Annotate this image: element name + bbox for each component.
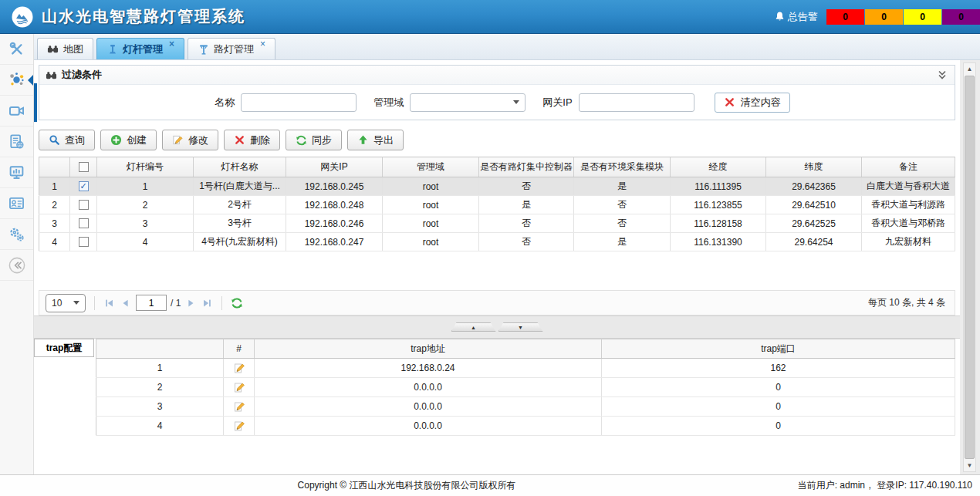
table-empty-space <box>34 251 960 290</box>
toolbar-button-create[interactable]: 创建 <box>100 130 157 150</box>
tab-close-icon[interactable]: × <box>169 39 174 50</box>
alarm-badge-warning[interactable]: 0 <box>942 9 980 25</box>
sidebar-item-collapse[interactable] <box>0 250 33 281</box>
gateway-ip-input[interactable] <box>579 93 694 112</box>
edit-pencil-icon[interactable] <box>233 381 245 393</box>
trap-row[interactable]: 20.0.0.00 <box>96 378 955 397</box>
row-number: 1 <box>39 177 70 196</box>
checkbox-cell <box>70 214 97 233</box>
edit-pencil-icon[interactable] <box>233 400 245 413</box>
name-input[interactable] <box>241 93 357 112</box>
sidebar-item-settings-gears[interactable] <box>0 219 33 250</box>
scrollbar-thumb[interactable] <box>965 76 975 459</box>
sidebar-item-device-network[interactable] <box>0 65 33 96</box>
filter-fields-row: 名称 管理域 网关IP 清空内容 <box>39 85 955 120</box>
splitter-down-button[interactable]: ▼ <box>498 322 543 332</box>
trap-row-number: 2 <box>96 378 224 397</box>
sidebar-item-report[interactable] <box>0 127 33 157</box>
toolbar-button-search[interactable]: 查询 <box>39 130 95 150</box>
scroll-down-button[interactable]: ▼ <box>964 460 975 471</box>
row-checkbox[interactable] <box>79 218 89 228</box>
button-label: 删除 <box>250 133 270 147</box>
tools-icon <box>8 41 25 58</box>
toolbar-button-export[interactable]: 导出 <box>347 130 404 150</box>
prev-page-button[interactable] <box>120 297 132 309</box>
sidebar-item-camera[interactable] <box>0 96 33 127</box>
filter-collapse-icon[interactable] <box>936 69 948 81</box>
column-header: 是否有路灯集中控制器 <box>479 157 574 177</box>
table-row[interactable]: 333号杆192.168.0.246root否否116.12815829.642… <box>39 214 955 233</box>
cell: root <box>383 196 479 214</box>
cell: 116.128158 <box>671 214 766 233</box>
scroll-up-button[interactable]: ▲ <box>964 63 975 75</box>
column-header: 备注 <box>862 157 955 177</box>
tab-lamp[interactable]: 路灯管理× <box>188 38 275 59</box>
toolbar-button-sync[interactable]: 同步 <box>286 130 342 150</box>
trap-edit-cell <box>224 417 255 436</box>
column-header: 灯杆编号 <box>97 157 194 177</box>
cell: 白鹿大道与香积大道 <box>862 177 955 196</box>
alarm-badge-major[interactable]: 0 <box>865 9 903 25</box>
column-header: 经度 <box>671 157 766 177</box>
trap-row[interactable]: 30.0.0.00 <box>96 397 955 417</box>
page-input[interactable] <box>136 295 167 311</box>
page-size-select[interactable]: 10 <box>46 294 86 312</box>
refresh-button[interactable] <box>231 297 243 309</box>
cell: 192.168.0.245 <box>286 177 383 196</box>
domain-select[interactable] <box>410 93 525 112</box>
trap-address: 0.0.0.0 <box>255 417 602 436</box>
sidebar-item-tools[interactable] <box>0 34 33 65</box>
trap-edit-cell <box>224 359 255 378</box>
pole-table: 灯杆编号灯杆名称网关IP管理域是否有路灯集中控制器是否有环境采集模块经度纬度备注… <box>39 157 955 251</box>
column-header: 网关IP <box>286 157 383 177</box>
vertical-scrollbar[interactable]: ▲ ▼ <box>963 62 976 472</box>
checkbox-cell <box>70 196 97 214</box>
first-page-button[interactable] <box>103 297 116 309</box>
table-row[interactable]: 222号杆192.168.0.248root是否116.12385529.642… <box>39 196 955 214</box>
edit-pencil-icon[interactable] <box>233 420 245 432</box>
trap-row[interactable]: 40.0.0.00 <box>96 417 955 436</box>
cell: 是 <box>574 233 671 251</box>
table-row[interactable]: 111号杆(白鹿大道与...192.168.0.245root否是116.111… <box>39 177 955 196</box>
app-logo-icon <box>11 5 34 29</box>
export-icon <box>357 134 369 146</box>
trap-table-wrap: #trap地址trap端口 1192.168.0.2416220.0.0.003… <box>96 339 955 474</box>
checkbox-cell <box>70 177 97 196</box>
edit-pencil-icon[interactable] <box>233 362 245 374</box>
cell: 29.642525 <box>766 214 862 233</box>
tab-close-icon[interactable]: × <box>260 39 265 50</box>
clear-button[interactable]: 清空内容 <box>715 93 790 113</box>
row-checkbox[interactable] <box>79 237 89 247</box>
toolbar-button-delete[interactable]: 删除 <box>224 130 280 150</box>
alarm-badge-critical[interactable]: 0 <box>826 9 864 25</box>
cell: 29.642510 <box>766 196 862 214</box>
next-page-button[interactable] <box>184 297 197 309</box>
table-row[interactable]: 444号杆(九宏新材料)192.168.0.247root否是116.13139… <box>39 233 955 251</box>
tab-pole[interactable]: 灯杆管理× <box>96 38 184 59</box>
filter-icon <box>46 69 57 81</box>
last-page-button[interactable] <box>201 297 213 309</box>
splitter: ▲ ▼ <box>34 315 960 339</box>
tab-trap-config[interactable]: trap配置 <box>34 339 94 357</box>
alarm-badge-minor[interactable]: 0 <box>904 9 941 25</box>
page-size-value: 10 <box>52 298 62 309</box>
toolbar-button-edit[interactable]: 修改 <box>162 130 218 150</box>
button-label: 同步 <box>312 133 332 147</box>
cell: root <box>383 214 479 233</box>
splitter-up-button[interactable]: ▲ <box>451 322 496 332</box>
sidebar-item-account-card[interactable] <box>0 188 33 219</box>
page-total-label: / 1 <box>171 298 181 309</box>
tab-label: 灯杆管理 <box>123 42 163 56</box>
lamp-icon <box>198 43 210 56</box>
tab-map[interactable]: 地图 <box>37 38 93 59</box>
select-all-checkbox[interactable] <box>79 162 89 172</box>
cell: 116.123855 <box>671 196 766 214</box>
search-icon <box>49 134 60 146</box>
sidebar-item-monitor[interactable] <box>0 157 33 188</box>
row-checkbox[interactable] <box>79 181 89 191</box>
row-checkbox[interactable] <box>79 200 89 210</box>
page-summary: 每页 10 条, 共 4 条 <box>868 296 948 309</box>
trap-row[interactable]: 1192.168.0.24162 <box>96 359 955 378</box>
delete-icon <box>234 134 245 146</box>
cell: 116.111395 <box>671 177 766 196</box>
